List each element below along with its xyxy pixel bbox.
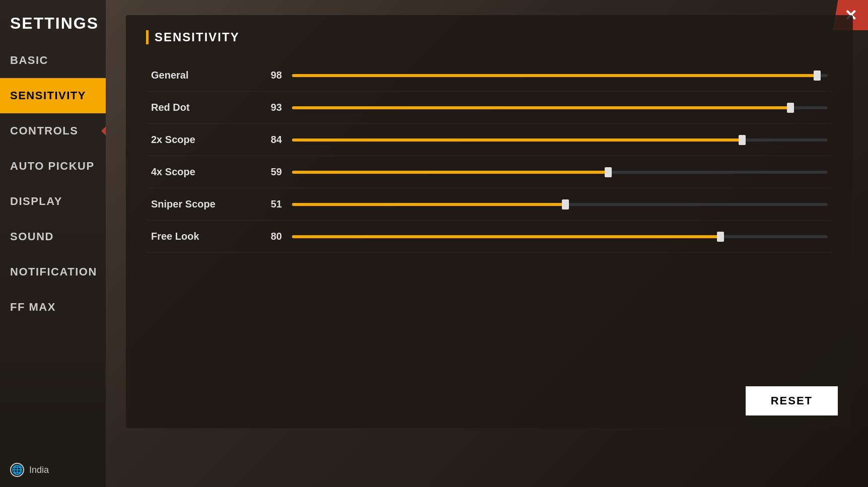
slider-row-2x-scope: 2x Scope 84: [146, 124, 833, 156]
sidebar-item-ff-max[interactable]: FF MAX: [0, 290, 106, 325]
slider-fill-5: [292, 235, 720, 238]
slider-thumb-4[interactable]: [562, 199, 569, 210]
slider-track-0[interactable]: [292, 73, 828, 79]
sidebar-item-auto-pickup[interactable]: AUTO PICKUP: [0, 149, 106, 184]
slider-thumb-2[interactable]: [739, 135, 746, 145]
sidebar-nav: BASICSENSITIVITYCONTROLSAUTO PICKUPDISPL…: [0, 43, 106, 453]
settings-panel: SENSITIVITY General 98 Red Dot 93 2x Sco…: [126, 15, 853, 428]
slider-value-4: 51: [252, 198, 282, 210]
sliders-container: General 98 Red Dot 93 2x Scope 84: [146, 59, 833, 253]
reset-button[interactable]: RESET: [746, 386, 838, 415]
slider-thumb-3[interactable]: [605, 167, 612, 177]
sidebar-item-sensitivity[interactable]: SENSITIVITY: [0, 78, 106, 113]
slider-thumb-0[interactable]: [814, 71, 821, 81]
slider-row-sniper-scope: Sniper Scope 51: [146, 188, 833, 221]
slider-value-5: 80: [252, 231, 282, 242]
slider-track-2[interactable]: [292, 137, 828, 143]
main-content: ✕ SENSITIVITY General 98 Red Dot 93 2: [106, 0, 868, 487]
slider-track-4[interactable]: [292, 201, 828, 207]
sidebar-item-basic[interactable]: BASIC: [0, 43, 106, 78]
sidebar-item-sound[interactable]: SOUND: [0, 219, 106, 254]
slider-thumb-5[interactable]: [717, 232, 724, 242]
section-bar-accent: [146, 30, 149, 44]
slider-label-2: 2x Scope: [151, 134, 252, 146]
slider-fill-0: [292, 74, 817, 77]
slider-track-1[interactable]: [292, 105, 828, 111]
app-title: SETTINGS: [0, 0, 106, 43]
slider-row-4x-scope: 4x Scope 59: [146, 156, 833, 188]
sidebar-item-notification[interactable]: NOTIFICATION: [0, 254, 106, 290]
globe-icon: 🌐: [10, 463, 24, 477]
sidebar: SETTINGS BASICSENSITIVITYCONTROLSAUTO PI…: [0, 0, 106, 487]
slider-row-red-dot: Red Dot 93: [146, 92, 833, 124]
sidebar-footer: 🌐 India: [0, 453, 106, 487]
slider-fill-2: [292, 138, 742, 142]
slider-track-3[interactable]: [292, 169, 828, 175]
slider-label-5: Free Look: [151, 231, 252, 242]
slider-label-1: Red Dot: [151, 102, 252, 113]
slider-value-2: 84: [252, 134, 282, 146]
slider-value-0: 98: [252, 69, 282, 81]
slider-label-0: General: [151, 69, 252, 81]
slider-fill-1: [292, 106, 790, 109]
slider-value-1: 93: [252, 102, 282, 113]
slider-row-general: General 98: [146, 59, 833, 92]
slider-track-5[interactable]: [292, 234, 828, 240]
slider-label-3: 4x Scope: [151, 166, 252, 178]
slider-value-3: 59: [252, 166, 282, 178]
slider-thumb-1[interactable]: [787, 103, 794, 113]
slider-fill-3: [292, 171, 608, 174]
slider-fill-4: [292, 203, 565, 206]
section-title: SENSITIVITY: [146, 30, 833, 44]
region-label: India: [29, 465, 49, 475]
section-title-text: SENSITIVITY: [155, 30, 240, 44]
sidebar-item-controls[interactable]: CONTROLS: [0, 113, 106, 149]
slider-label-4: Sniper Scope: [151, 198, 252, 210]
slider-row-free-look: Free Look 80: [146, 221, 833, 253]
sidebar-item-display[interactable]: DISPLAY: [0, 184, 106, 219]
